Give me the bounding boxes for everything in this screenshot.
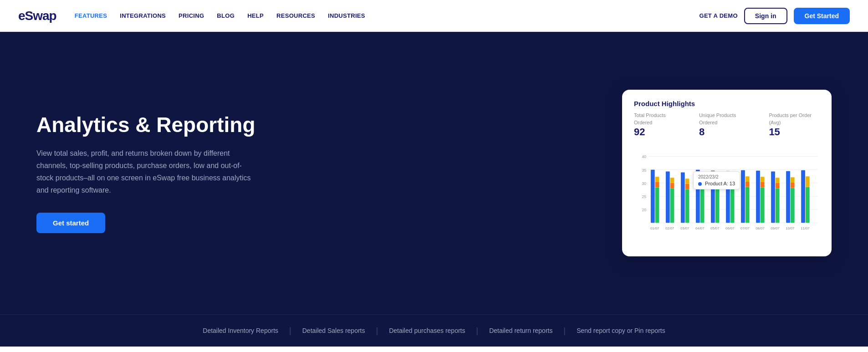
svg-text:03/07: 03/07 bbox=[680, 226, 689, 230]
hero-description: View total sales, profit, and returns br… bbox=[36, 147, 255, 197]
svg-rect-51 bbox=[776, 188, 780, 223]
hero-section: Analytics & Reporting View total sales, … bbox=[0, 32, 868, 314]
svg-text:20: 20 bbox=[642, 208, 646, 212]
nav-features[interactable]: FEATURES bbox=[75, 12, 107, 19]
svg-rect-30 bbox=[711, 171, 715, 223]
hero-title: Analytics & Reporting bbox=[36, 113, 282, 137]
svg-rect-47 bbox=[761, 182, 765, 188]
svg-rect-22 bbox=[685, 189, 689, 223]
svg-rect-36 bbox=[730, 188, 735, 223]
logo-e: e bbox=[18, 9, 25, 23]
svg-rect-26 bbox=[696, 170, 700, 223]
svg-rect-17 bbox=[670, 188, 674, 223]
nav-pricing[interactable]: PRICING bbox=[179, 12, 204, 19]
nav-blog[interactable]: BLOG bbox=[217, 12, 235, 19]
svg-rect-40 bbox=[741, 170, 745, 223]
svg-rect-52 bbox=[776, 183, 780, 189]
svg-rect-33 bbox=[715, 177, 720, 182]
svg-rect-28 bbox=[700, 176, 705, 186]
svg-rect-21 bbox=[681, 172, 685, 223]
footer-purchases-reports[interactable]: Detailed purchases reports bbox=[378, 327, 476, 334]
svg-rect-32 bbox=[715, 182, 720, 188]
svg-rect-48 bbox=[761, 177, 765, 182]
svg-rect-45 bbox=[756, 171, 760, 223]
svg-text:09/07: 09/07 bbox=[771, 226, 779, 230]
product-highlights-card: Product Highlights Total Products Ordere… bbox=[622, 90, 832, 256]
stat-unique-value: 8 bbox=[699, 126, 751, 138]
svg-rect-14 bbox=[655, 177, 659, 182]
logo[interactable]: eSwap bbox=[18, 9, 56, 23]
stat-total-value: 92 bbox=[634, 126, 681, 138]
navbar: eSwap FEATURES INTEGRATIONS PRICING BLOG… bbox=[0, 0, 868, 32]
nav-links: FEATURES INTEGRATIONS PRICING BLOG HELP … bbox=[75, 12, 700, 19]
svg-text:30: 30 bbox=[642, 181, 646, 186]
svg-text:35: 35 bbox=[642, 168, 646, 172]
svg-text:10/07: 10/07 bbox=[786, 226, 794, 230]
stat-total-label: Total Products Ordered bbox=[634, 112, 681, 126]
hero-chart-area: Product Highlights Total Products Ordere… bbox=[282, 90, 832, 256]
svg-rect-27 bbox=[700, 187, 705, 223]
footer-bar: Detailed Inventory Reports | Detailed Sa… bbox=[0, 314, 868, 347]
svg-rect-60 bbox=[801, 170, 805, 223]
hero-content: Analytics & Reporting View total sales, … bbox=[36, 113, 282, 234]
chart-stats: Total Products Ordered 92 Unique Product… bbox=[634, 112, 820, 138]
svg-text:08/07: 08/07 bbox=[756, 226, 764, 230]
svg-text:04/07: 04/07 bbox=[695, 226, 704, 230]
svg-rect-23 bbox=[685, 184, 689, 189]
svg-rect-62 bbox=[806, 176, 810, 187]
stat-unique-label: Unique Products Ordered bbox=[699, 112, 751, 126]
chart-card-title: Product Highlights bbox=[634, 100, 820, 107]
svg-text:06/07: 06/07 bbox=[725, 226, 734, 230]
svg-rect-57 bbox=[791, 183, 795, 188]
svg-rect-37 bbox=[730, 183, 735, 188]
svg-text:40: 40 bbox=[642, 154, 646, 159]
footer-send-reports[interactable]: Send report copy or Pin reports bbox=[566, 327, 676, 334]
footer-return-reports[interactable]: Detailed return reports bbox=[478, 327, 563, 334]
svg-text:01/07: 01/07 bbox=[650, 226, 659, 230]
svg-rect-43 bbox=[745, 176, 750, 182]
svg-rect-31 bbox=[715, 187, 720, 223]
svg-rect-61 bbox=[806, 187, 810, 223]
svg-rect-13 bbox=[655, 182, 659, 188]
stat-avg-value: 15 bbox=[769, 126, 820, 138]
nav-help[interactable]: HELP bbox=[247, 12, 264, 19]
svg-text:25: 25 bbox=[642, 194, 646, 199]
svg-text:11/07: 11/07 bbox=[801, 226, 809, 230]
logo-swap: Swap bbox=[25, 9, 56, 23]
nav-integrations[interactable]: INTEGRATIONS bbox=[120, 12, 166, 19]
svg-rect-42 bbox=[745, 182, 750, 187]
svg-text:05/07: 05/07 bbox=[710, 226, 719, 230]
svg-rect-53 bbox=[776, 178, 780, 183]
stat-avg-label: Products per Order (Avg) bbox=[769, 112, 820, 126]
stat-total-products: Total Products Ordered 92 bbox=[634, 112, 681, 138]
getstarted-button[interactable]: Get Started bbox=[794, 8, 850, 24]
svg-rect-46 bbox=[761, 187, 765, 223]
svg-rect-12 bbox=[655, 187, 659, 223]
svg-rect-35 bbox=[726, 171, 730, 223]
footer-inventory-reports[interactable]: Detailed Inventory Reports bbox=[192, 327, 289, 334]
get-demo-button[interactable]: GET A DEMO bbox=[699, 12, 737, 19]
bar-chart-svg: 40 35 30 25 20 01/07 bbox=[634, 146, 820, 246]
svg-rect-18 bbox=[670, 183, 674, 189]
svg-rect-16 bbox=[666, 171, 670, 223]
svg-text:02/07: 02/07 bbox=[665, 226, 674, 230]
signin-button[interactable]: Sign in bbox=[744, 8, 787, 24]
svg-rect-19 bbox=[670, 178, 674, 183]
nav-industries[interactable]: INDUSTRIES bbox=[328, 12, 365, 19]
svg-rect-11 bbox=[651, 170, 655, 223]
svg-text:07/07: 07/07 bbox=[740, 226, 749, 230]
svg-rect-58 bbox=[791, 177, 795, 183]
svg-rect-24 bbox=[685, 179, 689, 184]
svg-rect-38 bbox=[730, 177, 735, 183]
svg-rect-41 bbox=[745, 187, 750, 223]
stat-unique-products: Unique Products Ordered 8 bbox=[699, 112, 751, 138]
nav-resources[interactable]: RESOURCES bbox=[276, 12, 315, 19]
footer-sales-reports[interactable]: Detailed Sales reports bbox=[291, 327, 376, 334]
nav-actions: GET A DEMO Sign in Get Started bbox=[699, 8, 850, 24]
svg-rect-50 bbox=[771, 171, 775, 223]
svg-rect-56 bbox=[791, 188, 795, 223]
stat-avg-products: Products per Order (Avg) 15 bbox=[769, 112, 820, 138]
hero-cta-button[interactable]: Get started bbox=[36, 213, 105, 233]
bar-chart: 40 35 30 25 20 01/07 bbox=[634, 146, 820, 246]
svg-rect-55 bbox=[786, 171, 790, 223]
